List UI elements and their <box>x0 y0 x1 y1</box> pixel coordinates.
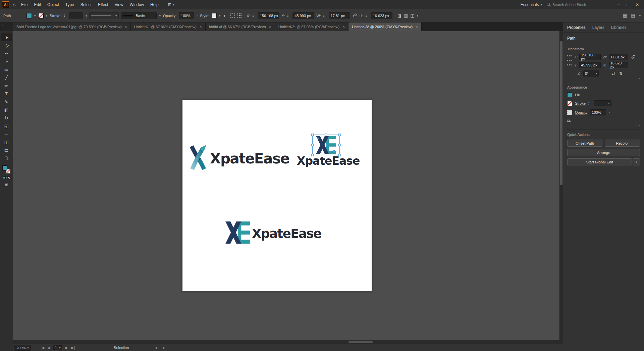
last-artboard-button[interactable]: ▶| <box>71 346 75 350</box>
opacity-swatch-icon[interactable] <box>567 110 572 115</box>
curvature-tool[interactable]: ✑ <box>1 57 12 65</box>
menu-file[interactable]: File <box>21 2 28 7</box>
opacity-label[interactable]: Opacity: <box>163 14 176 18</box>
workspace-switcher[interactable]: Essentials ▾ <box>521 2 542 7</box>
logo-swoosh-mark[interactable] <box>189 145 208 171</box>
stepper-down-icon[interactable]: ▾ <box>253 16 256 18</box>
selection-handle[interactable] <box>338 134 341 136</box>
align-strip-icon[interactable]: ▥ <box>404 13 408 18</box>
arrange-button[interactable]: Arrange <box>567 149 640 156</box>
width-tool[interactable]: ↔ <box>1 130 12 138</box>
transform-more-options[interactable]: ⋯ <box>636 76 640 81</box>
vertical-scrollbar-thumb[interactable] <box>560 41 562 185</box>
eraser-tool[interactable]: ◧ <box>1 106 12 114</box>
rotate-angle-dropdown[interactable]: 0° ▾ <box>583 70 599 77</box>
fill-stroke-indicator[interactable] <box>2 165 10 173</box>
document-tab-5-active[interactable]: Untitled-3* @ 200% (CMYK/Preview) × <box>348 22 422 31</box>
status-display[interactable]: Selection <box>114 344 129 351</box>
close-tab-icon[interactable]: × <box>416 24 418 29</box>
scale-tool[interactable]: ◱ <box>1 122 12 130</box>
close-tab-icon[interactable]: × <box>269 24 271 29</box>
menu-edit[interactable]: Edit <box>34 2 41 7</box>
constrain-proportions-icon[interactable] <box>631 55 636 68</box>
logo-wordmark-1[interactable]: XpateEase <box>210 152 289 166</box>
h-field[interactable]: 16.623 px <box>371 12 392 19</box>
stroke-weight-stepper[interactable]: ▴ ▾ <box>64 14 67 18</box>
fill-chevron-down-icon[interactable]: ▾ <box>34 14 36 17</box>
color-mode-button[interactable] <box>3 177 5 179</box>
close-window-button[interactable]: ✕ <box>633 2 642 7</box>
h-stepper[interactable]: ▴ ▾ <box>366 14 369 18</box>
selection-handle[interactable] <box>325 134 327 136</box>
transform-x-field[interactable]: 156.168 px <box>579 54 601 60</box>
selection-handle[interactable] <box>338 144 341 146</box>
stepper-down-icon[interactable]: ▾ <box>287 16 290 18</box>
stroke-panel-link[interactable]: Stroke <box>575 101 586 105</box>
menu-window[interactable]: Window <box>129 2 144 7</box>
y-field[interactable]: 45.993 px <box>292 12 314 19</box>
menu-object[interactable]: Object <box>47 2 59 7</box>
stroke-weight-dropdown[interactable]: ▾ <box>594 100 611 106</box>
selection-handle[interactable] <box>311 144 314 146</box>
artboard[interactable]: XpateEase Xpat <box>182 100 372 291</box>
document-tab-3[interactable]: fddffd.ai @ 66.67% (RGB/Preview) × <box>206 22 275 31</box>
draw-mode-button[interactable]: ▣ <box>4 182 8 187</box>
x-stepper[interactable]: ▴ ▾ <box>253 14 256 18</box>
fill-color-swatch[interactable] <box>26 13 32 18</box>
list-view-icon[interactable]: ▤ <box>631 13 635 18</box>
stroke-weight-chevron-icon[interactable]: ▾ <box>86 14 87 17</box>
tab-layers[interactable]: Layers <box>592 25 604 30</box>
tab-libraries[interactable]: Libraries <box>611 25 627 30</box>
stroke-weight-stepper[interactable]: ▴ ▾ <box>588 101 591 105</box>
previous-artboard-button[interactable]: ◀ <box>47 346 50 350</box>
arrange-documents-icon[interactable]: ▦ <box>623 13 627 18</box>
scroll-left-icon[interactable]: ◀ <box>162 346 164 349</box>
selection-tool[interactable]: ➤ <box>1 33 12 41</box>
maximize-button[interactable]: □ <box>623 2 633 7</box>
direct-selection-tool[interactable]: ▷ <box>1 41 12 49</box>
horizontal-scrollbar-thumb[interactable] <box>348 341 373 343</box>
search-input[interactable] <box>552 3 596 7</box>
fill-indicator-swatch[interactable] <box>2 165 7 170</box>
brush-definition-dropdown[interactable]: Basic <box>121 12 157 19</box>
document-tab-1[interactable]: Bold Electric Logo for Voltturo-01.jpg* … <box>13 22 131 31</box>
stroke-chevron-down-icon[interactable]: ▾ <box>46 14 48 17</box>
offset-path-button[interactable]: Offset Path <box>567 140 602 147</box>
logo-wordmark-3[interactable]: XpateEase <box>252 228 321 240</box>
w-field[interactable]: 17.81 px <box>329 12 350 19</box>
document-tab-4[interactable]: Untitled-2* @ 67.06% (RGB/Preview) × <box>275 22 348 31</box>
effects-button[interactable]: fx. <box>567 118 640 122</box>
pathfinder-icon[interactable]: ◫ <box>410 13 414 18</box>
anchor-point[interactable] <box>317 138 319 139</box>
chevron-down-icon[interactable]: ▾ <box>639 14 641 17</box>
vertical-scrollbar[interactable] <box>559 31 563 340</box>
illustrator-app-icon[interactable]: Ai <box>2 1 9 8</box>
brush-chevron-down-icon[interactable]: ▾ <box>159 14 161 17</box>
stepper-down-icon[interactable]: ▾ <box>588 103 591 105</box>
canvas[interactable]: XpateEase Xpat <box>13 31 563 340</box>
transform-w-field[interactable]: 17.81 px <box>609 54 628 60</box>
logo-xe-mark[interactable] <box>225 221 250 245</box>
opacity-field[interactable]: 100% <box>590 109 606 115</box>
adobe-stock-search[interactable] <box>547 3 604 7</box>
transform-y-field[interactable]: 45.993 px <box>579 62 601 68</box>
pen-tool[interactable]: ✒ <box>1 49 12 57</box>
anchor-point[interactable] <box>326 144 327 146</box>
stroke-label[interactable]: Stroke: <box>50 14 61 18</box>
flip-horizontal-icon[interactable]: ⇄ <box>612 71 615 76</box>
gradient-mode-button[interactable] <box>5 177 8 179</box>
fill-color-swatch[interactable] <box>567 92 572 97</box>
menu-select[interactable]: Select <box>80 2 92 7</box>
edit-toolbar-button[interactable]: ⋯ <box>4 192 8 196</box>
minimize-button[interactable]: − <box>614 2 623 7</box>
artboard-number-dropdown[interactable]: 1 ▾ <box>53 345 62 350</box>
tab-properties[interactable]: Properties <box>567 25 586 30</box>
stepper-down-icon[interactable]: ▾ <box>323 16 326 18</box>
graphic-style-swatch[interactable] <box>212 13 217 18</box>
global-edit-options-button[interactable]: ▾ <box>633 158 640 165</box>
close-tab-icon[interactable]: × <box>125 24 127 29</box>
first-artboard-button[interactable]: |◀ <box>41 346 44 350</box>
recolor-button[interactable]: Recolor <box>605 140 640 147</box>
close-tab-icon[interactable]: × <box>342 24 345 29</box>
menu-view[interactable]: View <box>115 2 123 7</box>
